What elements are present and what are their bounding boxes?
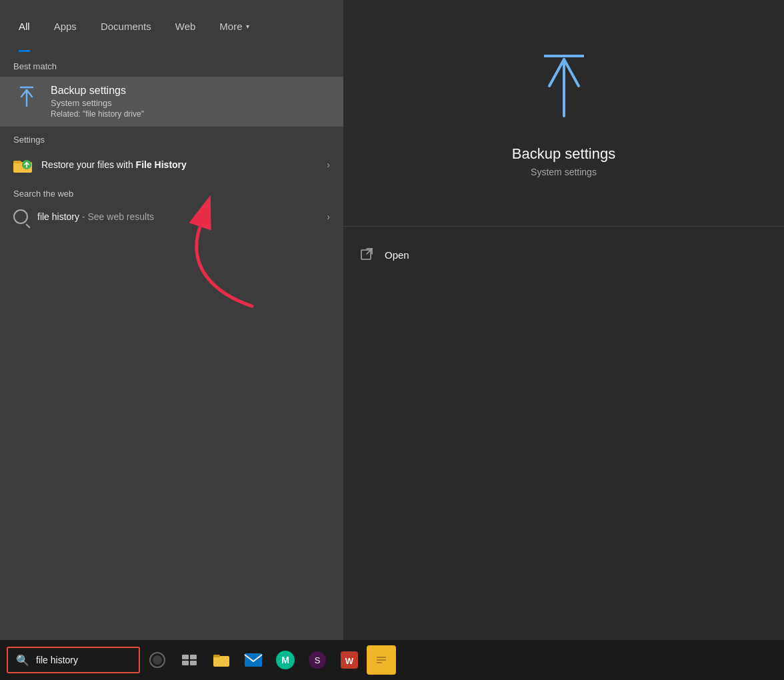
- file-history-icon: [13, 155, 32, 174]
- best-match-text: Backup settings System settings Related:…: [51, 85, 330, 119]
- svg-rect-17: [190, 661, 197, 665]
- svg-line-10: [367, 249, 372, 254]
- tab-more-label: More: [219, 21, 242, 32]
- tab-apps-label: Apps: [54, 21, 77, 32]
- tab-web[interactable]: Web: [163, 0, 208, 52]
- taskbar-search-icon: 🔍: [16, 654, 29, 667]
- best-match-title: Backup settings: [51, 85, 330, 97]
- web-item-text: file history - See web results: [37, 211, 317, 222]
- tabs-bar: All Apps Documents Web More ▾: [0, 0, 343, 52]
- tab-all[interactable]: All: [7, 0, 42, 52]
- svg-text:W: W: [345, 656, 354, 666]
- svg-rect-15: [190, 655, 197, 659]
- open-icon: [359, 247, 375, 263]
- web-search-item[interactable]: file history - See web results ›: [0, 203, 343, 231]
- svg-rect-16: [182, 661, 189, 665]
- cortana-button[interactable]: [143, 645, 172, 675]
- best-match-item[interactable]: Backup settings System settings Related:…: [0, 77, 343, 127]
- svg-rect-18: [213, 656, 229, 667]
- tab-documents[interactable]: Documents: [89, 0, 163, 52]
- wps-button[interactable]: W: [335, 645, 364, 675]
- best-match-related: Related: "file history drive": [51, 109, 330, 119]
- tab-all-label: All: [19, 21, 30, 32]
- preview-title: Backup settings: [512, 145, 615, 163]
- svg-text:M: M: [281, 655, 289, 665]
- svg-point-13: [153, 655, 162, 665]
- search-icon: [13, 209, 28, 224]
- taskbar-search-input[interactable]: [36, 655, 123, 665]
- results-area: Best match Backup settings System settin…: [0, 52, 343, 640]
- mail-button[interactable]: [239, 645, 268, 675]
- chevron-down-icon: ▾: [246, 23, 249, 30]
- web-section-label: Search the web: [0, 181, 343, 203]
- settings-item-text: Restore your files with File History: [41, 159, 317, 170]
- preview-top: Backup settings System settings: [343, 0, 784, 227]
- taskbar-search-box[interactable]: 🔍: [7, 647, 140, 673]
- search-panel: All Apps Documents Web More ▾ Best match: [0, 0, 343, 640]
- open-action[interactable]: Open: [359, 240, 768, 269]
- web-chevron-right-icon: ›: [327, 211, 330, 222]
- preview-subtitle: System settings: [531, 167, 597, 177]
- tab-documents-label: Documents: [101, 21, 151, 32]
- svg-rect-20: [245, 653, 262, 667]
- chevron-right-icon: ›: [327, 159, 330, 170]
- sticky-notes-button[interactable]: [367, 645, 396, 675]
- taskbar: 🔍 M: [0, 640, 784, 680]
- svg-rect-4: [13, 161, 21, 163]
- mo-button[interactable]: M: [271, 645, 300, 675]
- tab-web-label: Web: [175, 21, 196, 32]
- right-panel: Backup settings System settings Open: [343, 0, 784, 640]
- svg-rect-14: [182, 655, 189, 659]
- settings-section-label: Settings: [0, 127, 343, 149]
- task-view-button[interactable]: [175, 645, 204, 675]
- preview-actions: Open: [343, 227, 784, 640]
- slack-button[interactable]: S: [303, 645, 332, 675]
- svg-text:S: S: [315, 655, 321, 665]
- settings-item-file-history[interactable]: Restore your files with File History ›: [0, 149, 343, 181]
- best-match-subtitle: System settings: [51, 98, 330, 108]
- tab-more[interactable]: More ▾: [207, 0, 261, 52]
- best-match-header: Best match: [0, 52, 343, 77]
- open-label: Open: [385, 249, 409, 261]
- backup-settings-icon: [13, 85, 40, 111]
- tab-apps[interactable]: Apps: [42, 0, 89, 52]
- file-explorer-button[interactable]: [207, 645, 236, 675]
- preview-backup-icon: [531, 49, 597, 132]
- svg-rect-19: [213, 655, 220, 657]
